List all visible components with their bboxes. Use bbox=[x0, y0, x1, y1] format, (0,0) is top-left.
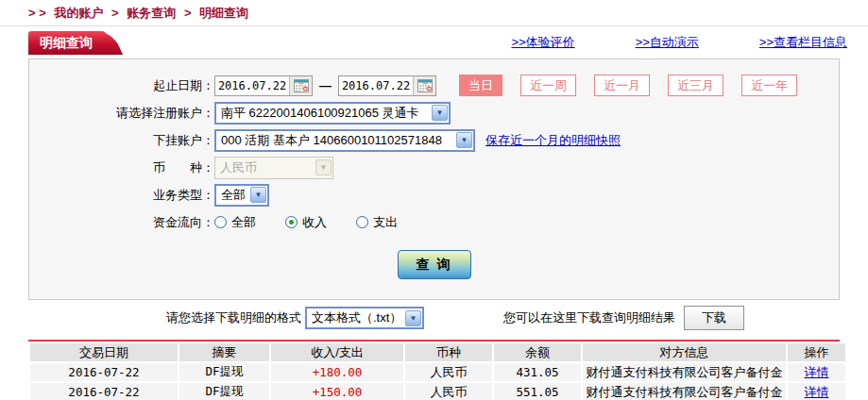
cell-counterparty: 财付通支付科技有限公司客户备付金 bbox=[583, 383, 786, 400]
tab-detail-query[interactable]: 明细查询 bbox=[28, 31, 102, 55]
breadcrumb-separator: > bbox=[184, 6, 192, 20]
table-header-row: 交易日期 摘要 收入/支出 币种 余额 对方信息 操作 bbox=[30, 343, 845, 361]
date-range-separator: — bbox=[319, 78, 332, 92]
header-balance: 余额 bbox=[494, 343, 581, 361]
radio-checked-icon bbox=[285, 216, 298, 228]
biz-type-label: 业务类型： bbox=[29, 187, 214, 204]
cell-trade-date: 2016-07-22 bbox=[30, 363, 178, 381]
auto-demo-link[interactable]: >>自动演示 bbox=[636, 34, 699, 51]
cell-currency: 人民币 bbox=[405, 383, 492, 400]
end-date-input[interactable] bbox=[339, 76, 413, 95]
currency-row: 币 种： 人民币 ▼ bbox=[29, 154, 839, 181]
fund-flow-label: 资金流向： bbox=[29, 214, 214, 231]
flow-option-expense-label: 支出 bbox=[373, 214, 398, 231]
download-format-select[interactable]: 文本格式（.txt） ▼ bbox=[305, 307, 424, 329]
biz-type-row: 业务类型： 全部 ▼ bbox=[29, 181, 839, 208]
sub-account-value: 000 活期 基本户 1406600101102571848 bbox=[221, 132, 442, 149]
flow-option-expense[interactable]: 支出 bbox=[356, 214, 398, 231]
currency-label: 币 种： bbox=[29, 159, 214, 176]
table-row: 2016-07-22 DF提现 +150.00 人民币 551.05 财付通支付… bbox=[30, 383, 845, 400]
currency-value: 人民币 bbox=[220, 159, 257, 176]
register-account-label: 请选择注册账户： bbox=[29, 105, 214, 122]
radio-unchecked-icon bbox=[356, 216, 368, 228]
cell-amount: +180.00 bbox=[271, 363, 403, 381]
currency-select: 人民币 ▼ bbox=[214, 157, 333, 179]
header-currency: 币种 bbox=[405, 343, 492, 361]
calendar-icon bbox=[417, 79, 433, 92]
header-counterparty: 对方信息 bbox=[583, 343, 786, 361]
table-row: 2016-07-22 DF提现 +180.00 人民币 431.05 财付通支付… bbox=[30, 363, 845, 381]
fund-flow-row: 资金流向： 全部 收入 支出 bbox=[29, 208, 839, 236]
end-date-box bbox=[338, 75, 436, 96]
download-hint: 您可以在这里下载查询明细结果 bbox=[503, 309, 675, 326]
quick-range-3months-button[interactable]: 近三月 bbox=[668, 75, 723, 96]
cell-balance: 551.05 bbox=[494, 383, 581, 400]
query-button[interactable]: 查 询 bbox=[398, 250, 471, 279]
tab-label: 明细查询 bbox=[40, 35, 93, 50]
quick-range-week-button[interactable]: 近一周 bbox=[520, 75, 576, 96]
flow-option-all[interactable]: 全部 bbox=[214, 214, 256, 231]
chevron-down-icon: ▼ bbox=[315, 159, 332, 175]
cell-currency: 人民币 bbox=[405, 363, 492, 381]
transaction-table: 交易日期 摘要 收入/支出 币种 余额 对方信息 操作 2016-07-22 D… bbox=[28, 342, 847, 400]
register-account-value: 南平 6222001406100921065 灵通卡 bbox=[221, 105, 419, 122]
breadcrumb-item-account-query[interactable]: 账务查询 bbox=[127, 6, 176, 20]
start-date-calendar-icon[interactable] bbox=[289, 76, 312, 95]
radio-unchecked-icon bbox=[214, 216, 227, 228]
breadcrumb-item-detail-query[interactable]: 明细查询 bbox=[199, 6, 248, 20]
chevron-down-icon: ▼ bbox=[432, 105, 448, 121]
sub-account-select[interactable]: 000 活期 基本户 1406600101102571848 ▼ bbox=[214, 129, 475, 152]
header-action: 操作 bbox=[788, 343, 845, 361]
cell-amount: +150.00 bbox=[271, 383, 403, 400]
date-range-row: 起止日期： — bbox=[29, 72, 839, 99]
download-button[interactable]: 下载 bbox=[684, 306, 744, 330]
start-date-input[interactable] bbox=[215, 76, 289, 95]
register-account-select[interactable]: 南平 6222001406100921065 灵通卡 ▼ bbox=[214, 102, 451, 125]
header-income-expense: 收入/支出 bbox=[271, 343, 403, 361]
top-links: >>体验评价 >>自动演示 >>查看栏目信息 bbox=[511, 34, 847, 51]
breadcrumb: > > 我的账户 > 账务查询 > 明细查询 bbox=[0, 0, 868, 26]
register-account-row: 请选择注册账户： 南平 6222001406100921065 灵通卡 ▼ bbox=[29, 99, 839, 126]
view-column-info-link[interactable]: >>查看栏目信息 bbox=[759, 34, 847, 51]
cell-counterparty: 财付通支付科技有限公司客户备付金 bbox=[583, 363, 786, 381]
biz-type-select[interactable]: 全部 ▼ bbox=[214, 184, 269, 207]
save-snapshot-link[interactable]: 保存近一个月的明细快照 bbox=[485, 132, 621, 149]
chevron-down-icon: ▼ bbox=[250, 187, 266, 203]
breadcrumb-item-my-account[interactable]: 我的账户 bbox=[54, 6, 103, 20]
header-trade-date: 交易日期 bbox=[30, 343, 178, 361]
download-format-value: 文本格式（.txt） bbox=[312, 309, 401, 326]
sub-account-label: 下挂账户： bbox=[29, 132, 214, 149]
detail-link[interactable]: 详情 bbox=[805, 365, 829, 379]
sub-account-row: 下挂账户： 000 活期 基本户 1406600101102571848 ▼ 保… bbox=[29, 126, 839, 154]
detail-link[interactable]: 详情 bbox=[805, 385, 829, 399]
cell-balance: 431.05 bbox=[494, 363, 581, 381]
quick-range-today-button[interactable]: 当日 bbox=[459, 75, 502, 96]
chevron-down-icon: ▼ bbox=[456, 132, 472, 148]
chevron-down-icon: ▼ bbox=[405, 310, 421, 326]
quick-range-month-button[interactable]: 近一月 bbox=[594, 75, 650, 96]
start-date-box bbox=[214, 75, 313, 96]
breadcrumb-prefix: > > bbox=[28, 6, 46, 20]
flow-option-income-label: 收入 bbox=[302, 214, 327, 231]
cell-summary: DF提现 bbox=[179, 363, 269, 381]
quick-range-year-button[interactable]: 近一年 bbox=[741, 75, 797, 96]
download-row: 请您选择下载明细的格式 文本格式（.txt） ▼ 您可以在这里下载查询明细结果 … bbox=[0, 302, 868, 334]
biz-type-value: 全部 bbox=[221, 187, 246, 204]
header-summary: 摘要 bbox=[179, 343, 269, 361]
date-range-label: 起止日期： bbox=[29, 77, 214, 94]
breadcrumb-separator: > bbox=[111, 6, 119, 20]
tab-bar: 明细查询 >>体验评价 >>自动演示 >>查看栏目信息 bbox=[28, 28, 847, 57]
download-format-label: 请您选择下载明细的格式 bbox=[166, 309, 301, 326]
calendar-icon bbox=[294, 79, 309, 92]
experience-rating-link[interactable]: >>体验评价 bbox=[511, 34, 574, 51]
end-date-calendar-icon[interactable] bbox=[413, 76, 435, 95]
cell-summary: DF提现 bbox=[179, 383, 269, 400]
flow-option-all-label: 全部 bbox=[231, 214, 256, 231]
query-form-panel: 起止日期： — bbox=[28, 58, 840, 300]
cell-trade-date: 2016-07-22 bbox=[30, 383, 178, 400]
flow-option-income[interactable]: 收入 bbox=[285, 214, 327, 231]
